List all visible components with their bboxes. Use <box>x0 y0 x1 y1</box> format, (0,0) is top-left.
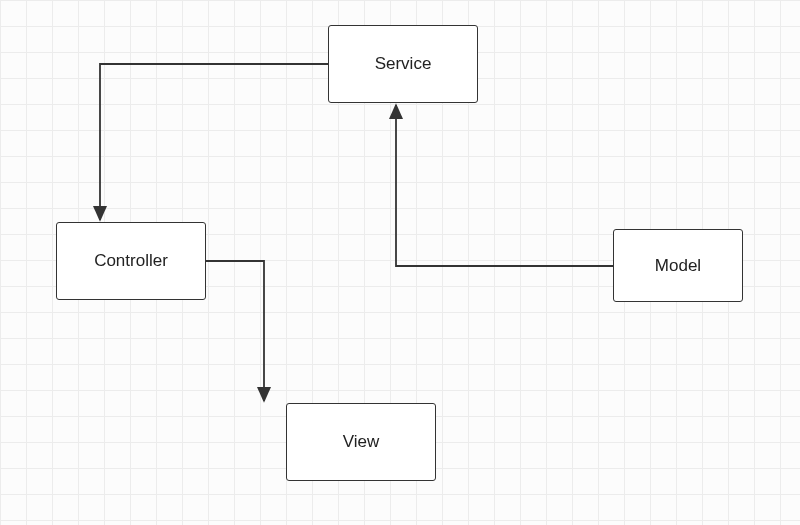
node-controller: Controller <box>56 222 206 300</box>
node-view: View <box>286 403 436 481</box>
node-service: Service <box>328 25 478 103</box>
arrow-model-to-service <box>396 105 613 266</box>
node-controller-label: Controller <box>94 251 168 271</box>
arrow-service-to-controller <box>100 64 328 220</box>
node-model: Model <box>613 229 743 302</box>
node-service-label: Service <box>375 54 432 74</box>
node-view-label: View <box>343 432 380 452</box>
arrow-controller-to-view <box>206 261 264 401</box>
node-model-label: Model <box>655 256 701 276</box>
